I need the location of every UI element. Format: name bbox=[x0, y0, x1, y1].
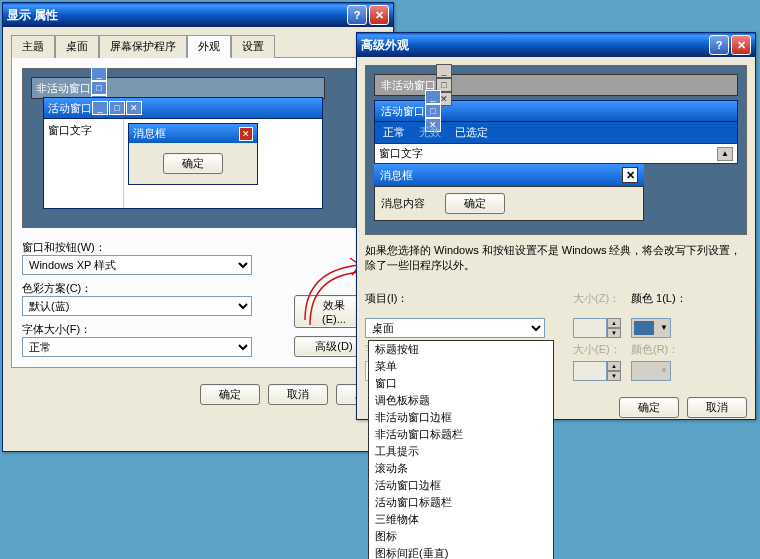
preview-msgbox: 消息框✕ 确定 bbox=[128, 123, 258, 185]
font-size-combo[interactable]: 正常 bbox=[22, 337, 252, 357]
preview-inactive-label: 非活动窗口 bbox=[36, 81, 91, 96]
adv-msgbox-label: 消息框 bbox=[380, 168, 413, 183]
close-icon: ✕ bbox=[239, 127, 253, 141]
dropdown-option[interactable]: 图标间距(垂直) bbox=[369, 545, 553, 559]
tab-theme[interactable]: 主题 bbox=[11, 35, 55, 58]
size-e-label: 大小(E)： bbox=[573, 342, 623, 357]
preview-ok-button: 确定 bbox=[163, 153, 223, 174]
adv-window-text: 窗口文字 bbox=[379, 146, 423, 161]
dropdown-option[interactable]: 三维物体 bbox=[369, 511, 553, 528]
advanced-titlebar[interactable]: 高级外观 ? ✕ bbox=[357, 33, 755, 57]
dropdown-option[interactable]: 调色板标题 bbox=[369, 392, 553, 409]
adv-msg-ok: 确定 bbox=[445, 193, 505, 214]
preview-inactive-title: 非活动窗口 _□✕ bbox=[31, 77, 325, 99]
adv-menu-normal: 正常 bbox=[383, 125, 405, 140]
tab-appearance[interactable]: 外观 bbox=[187, 35, 231, 58]
adv-active-label: 活动窗口 bbox=[381, 104, 425, 119]
help-button[interactable]: ? bbox=[709, 35, 729, 55]
adv-ok-button[interactable]: 确定 bbox=[619, 397, 679, 418]
adv-active-title: 活动窗口 _□✕ bbox=[374, 100, 738, 122]
dropdown-option[interactable]: 活动窗口边框 bbox=[369, 477, 553, 494]
dropdown-option[interactable]: 工具提示 bbox=[369, 443, 553, 460]
windows-buttons-combo[interactable]: Windows XP 样式 bbox=[22, 255, 252, 275]
tab-settings[interactable]: 设置 bbox=[231, 35, 275, 58]
color1-label: 颜色 1(L)： bbox=[631, 291, 751, 306]
color-r-button: ▼ bbox=[631, 361, 671, 381]
font-size-label: 字体大小(F)： bbox=[22, 322, 284, 337]
color-scheme-label: 色彩方案(C)： bbox=[22, 281, 284, 296]
min-icon: _ bbox=[92, 101, 108, 115]
max-icon: □ bbox=[91, 81, 107, 95]
preview-active-title: 活动窗口 _□✕ bbox=[43, 97, 323, 119]
scroll-up-icon: ▲ bbox=[717, 147, 733, 161]
display-props-title: 显示 属性 bbox=[7, 7, 58, 24]
min-icon: _ bbox=[425, 90, 441, 104]
close-button[interactable]: ✕ bbox=[369, 5, 389, 25]
min-icon: _ bbox=[436, 64, 452, 78]
dropdown-option[interactable]: 窗口 bbox=[369, 375, 553, 392]
item-dropdown-open[interactable]: 标题按钮菜单窗口调色板标题非活动窗口边框非活动窗口标题栏工具提示滚动条活动窗口边… bbox=[368, 340, 554, 559]
item-label: 项目(I)： bbox=[365, 291, 565, 306]
advanced-note: 如果您选择的 Windows 和按钮设置不是 Windows 经典，将会改写下列… bbox=[365, 243, 747, 274]
dropdown-option[interactable]: 标题按钮 bbox=[369, 341, 553, 358]
preview-msgbox-title: 消息框 bbox=[133, 126, 166, 141]
adv-cancel-button[interactable]: 取消 bbox=[687, 397, 747, 418]
dropdown-option[interactable]: 活动窗口标题栏 bbox=[369, 494, 553, 511]
close-icon: ✕ bbox=[622, 167, 638, 183]
display-props-titlebar[interactable]: 显示 属性 ? ✕ bbox=[3, 3, 393, 27]
advanced-preview: 非活动窗口 _□✕ 活动窗口 _□✕ 正常 无效 已选定 窗口文字 ▲ 消息框 … bbox=[365, 65, 747, 235]
dropdown-option[interactable]: 滚动条 bbox=[369, 460, 553, 477]
preview-window-text: 窗口文字 bbox=[44, 119, 124, 208]
tab-desktop[interactable]: 桌面 bbox=[55, 35, 99, 58]
color-scheme-combo[interactable]: 默认(蓝) bbox=[22, 296, 252, 316]
advanced-title: 高级外观 bbox=[361, 37, 409, 54]
color1-button[interactable]: ▼ bbox=[631, 318, 671, 338]
size-e-spinner: ▲▼ bbox=[573, 361, 623, 381]
adv-textbox: 窗口文字 ▲ bbox=[374, 143, 738, 164]
size-z-spinner[interactable]: ▲▼ bbox=[573, 318, 623, 338]
item-combo[interactable]: 桌面 bbox=[365, 318, 545, 338]
cancel-button[interactable]: 取消 bbox=[268, 384, 328, 405]
min-icon: _ bbox=[91, 67, 107, 81]
dropdown-option[interactable]: 图标 bbox=[369, 528, 553, 545]
color-r-label: 颜色(R)： bbox=[631, 342, 751, 357]
adv-menu-bar: 正常 无效 已选定 bbox=[374, 122, 738, 143]
appearance-panel: 非活动窗口 _□✕ 活动窗口 _□✕ 窗口文字 消息框✕ bbox=[11, 57, 385, 368]
ok-button[interactable]: 确定 bbox=[200, 384, 260, 405]
dropdown-option[interactable]: 非活动窗口边框 bbox=[369, 409, 553, 426]
tab-strip: 主题 桌面 屏幕保护程序 外观 设置 bbox=[11, 35, 385, 58]
close-button[interactable]: ✕ bbox=[731, 35, 751, 55]
windows-buttons-label: 窗口和按钮(W)： bbox=[22, 240, 284, 255]
display-properties-dialog: 显示 属性 ? ✕ 主题 桌面 屏幕保护程序 外观 设置 非活动窗口 _□✕ 活… bbox=[2, 2, 394, 452]
appearance-preview: 非活动窗口 _□✕ 活动窗口 _□✕ 窗口文字 消息框✕ bbox=[22, 68, 374, 228]
adv-menu-selected: 已选定 bbox=[455, 125, 488, 140]
help-button[interactable]: ? bbox=[347, 5, 367, 25]
max-icon: □ bbox=[109, 101, 125, 115]
max-icon: □ bbox=[425, 104, 441, 118]
adv-menu-disabled: 无效 bbox=[419, 125, 441, 140]
preview-active-label: 活动窗口 bbox=[48, 101, 92, 116]
dropdown-option[interactable]: 菜单 bbox=[369, 358, 553, 375]
dropdown-option[interactable]: 非活动窗口标题栏 bbox=[369, 426, 553, 443]
size-z-label: 大小(Z)： bbox=[573, 291, 623, 306]
close-icon: ✕ bbox=[126, 101, 142, 115]
adv-msgbox-body: 消息内容 确定 bbox=[374, 186, 644, 221]
adv-msgbox-title: 消息框 ✕ bbox=[374, 164, 644, 186]
adv-msg-content: 消息内容 bbox=[381, 196, 425, 211]
tab-screensaver[interactable]: 屏幕保护程序 bbox=[99, 35, 187, 58]
